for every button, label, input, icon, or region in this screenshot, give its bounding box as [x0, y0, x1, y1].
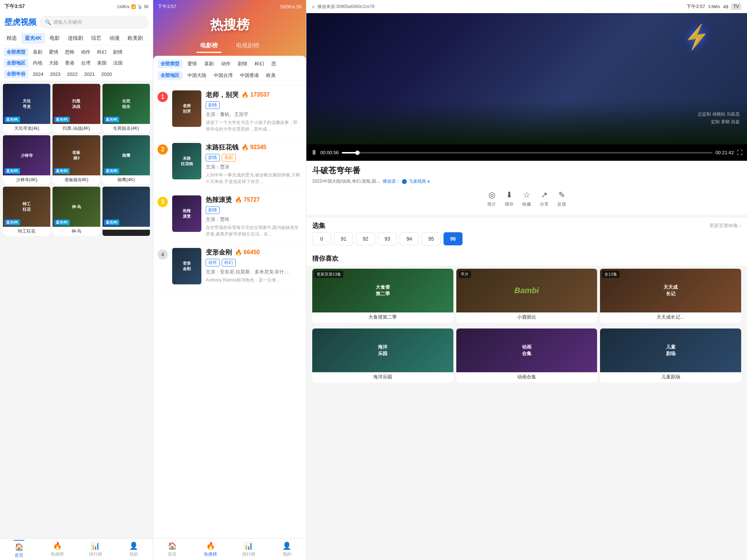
- p2-type-3[interactable]: 剧情: [236, 59, 249, 68]
- type-horror[interactable]: 恐怖: [63, 48, 77, 57]
- action-feedback[interactable]: ✎ 反馈: [557, 190, 566, 207]
- type-scifi[interactable]: 科幻: [95, 48, 109, 57]
- ep-94[interactable]: 94: [400, 232, 419, 245]
- year-2022[interactable]: 2022: [65, 70, 80, 78]
- rec-card-4[interactable]: 动画合集 动画合集: [456, 328, 597, 382]
- nav-rank-p2[interactable]: 📊 排行榜: [230, 538, 268, 560]
- nav-tab-series[interactable]: 连续剧: [64, 33, 87, 44]
- hot-item-4[interactable]: 4 变形金刚 变形金刚 🔥 66450 动作 科幻: [158, 243, 302, 290]
- movie-card-6[interactable]: 特工狂花 蓝光4K 特工狂花: [3, 187, 50, 236]
- time-p2: 下午3:57: [158, 3, 176, 10]
- player-source-label: 播放来源:30900a6960c2ce78: [317, 4, 375, 10]
- nav-tab-bluray[interactable]: 蓝光4K: [21, 33, 45, 44]
- p2-region-1[interactable]: 中国台湾: [212, 71, 235, 80]
- ep-92[interactable]: 92: [356, 232, 375, 245]
- hot-item-3[interactable]: 3 热辣滚烫 热辣滚烫 🔥 75727 剧情 主演：贾玲: [158, 190, 302, 243]
- year-2020[interactable]: 2020: [99, 70, 114, 78]
- progress-bar[interactable]: [342, 152, 713, 153]
- player-container[interactable]: ⚡ 总监制 候晓柱 马延昆 监制 黄晓 祖超 ⏸ 00:00:56 00:21:…: [306, 13, 747, 161]
- type-romance[interactable]: 爱情: [47, 48, 61, 57]
- movie-card-8[interactable]: 蓝光4K: [102, 187, 150, 236]
- nav-mine-p2[interactable]: 👤 我的: [268, 538, 306, 560]
- movie-card-1[interactable]: 扫黑决战 蓝光4K 扫黑·决战(4K): [53, 84, 100, 133]
- ep-96-active[interactable]: 96: [444, 232, 462, 245]
- movie-card-4[interactable]: 老板娘3 蓝光4K 老板娘3(4K): [53, 135, 100, 184]
- region-tw[interactable]: 台湾: [79, 59, 93, 67]
- rec-card-1[interactable]: Bambi 芊片 小鹿斑比: [456, 269, 597, 323]
- type-drama[interactable]: 剧情: [111, 48, 125, 57]
- nav-mine-p1[interactable]: 👤 我的: [115, 538, 153, 560]
- nav-tab-jingxuan[interactable]: 精选: [3, 33, 20, 44]
- movie-card-7[interactable]: 神·鸟 蓝光4K 神·鸟: [53, 187, 100, 236]
- rec-title-5: 儿童剧场: [600, 372, 741, 382]
- nav-home-p1[interactable]: 🏠 首页: [0, 538, 38, 560]
- type-action[interactable]: 动作: [79, 48, 93, 57]
- rec-card-2[interactable]: 天天成长记 全13集 天天成长记…: [600, 269, 741, 323]
- rec-title-1: 小鹿斑比: [456, 312, 597, 323]
- rec-card-3[interactable]: 海洋乐园 海洋乐园: [312, 328, 453, 382]
- p2-type-2[interactable]: 动作: [219, 59, 233, 68]
- search-bar[interactable]: 🔍 请输入关键词: [40, 16, 148, 28]
- nav-hotsearch-p1[interactable]: 🔥 热搜榜: [38, 538, 77, 560]
- p2-region-3[interactable]: 欧美: [264, 71, 278, 80]
- ep-95[interactable]: 95: [422, 232, 441, 245]
- nav-tab-movie[interactable]: 电影: [46, 33, 63, 44]
- p2-type-label[interactable]: 全部类型: [158, 59, 182, 68]
- nav-hotsearch-p2[interactable]: 🔥 热搜榜: [191, 538, 230, 560]
- play-button[interactable]: ⏸: [311, 149, 317, 156]
- year-2024[interactable]: 2024: [31, 70, 46, 78]
- region-filter-label[interactable]: 全部地区: [4, 59, 28, 67]
- back-icon-p3[interactable]: ‹: [312, 3, 314, 11]
- hot-item-2[interactable]: 2 末路狂花钱 末路狂花钱 🔥 92345 剧情 喜剧: [158, 138, 302, 190]
- movie-card-0[interactable]: 天坑寻龙 蓝光4K 天坑寻龙(4k): [3, 84, 50, 133]
- p2-type-1[interactable]: 喜剧: [202, 59, 216, 68]
- year-filter-label[interactable]: 全部年份: [4, 70, 28, 78]
- rec-badge-0: 更新至第13集: [314, 271, 343, 278]
- episodes-update-info[interactable]: 更新至第96集 ›: [709, 222, 741, 229]
- p2-region-0[interactable]: 中国大陆: [185, 71, 209, 80]
- movie-card-2[interactable]: 生死狙击 蓝光4K 生死狙击(4K): [102, 84, 150, 133]
- movie-card-5[interactable]: 狼鹰 蓝光4K 狼鹰(4K): [102, 135, 150, 184]
- region-china[interactable]: 大陆: [47, 59, 61, 67]
- rec-card-5[interactable]: 儿童剧场 儿童剧场: [600, 328, 741, 382]
- year-filter-row: 全部年份 2024 2023 2022 2021 2020: [4, 70, 149, 78]
- p2-region-label[interactable]: 全部地区: [158, 71, 182, 80]
- region-us[interactable]: 美国: [95, 59, 109, 67]
- ep-93[interactable]: 93: [378, 232, 397, 245]
- p2-type-5[interactable]: 恐: [269, 59, 278, 68]
- action-share[interactable]: ↗ 分享: [540, 190, 549, 207]
- source-badge[interactable]: 播放源： 🔵 飞速线路 ▾: [383, 178, 430, 184]
- rank-badge-1: 1: [158, 92, 168, 102]
- tv-icon[interactable]: TV: [731, 3, 741, 10]
- p2-type-4[interactable]: 科幻: [252, 59, 266, 68]
- p2-type-0[interactable]: 爱情: [185, 59, 199, 68]
- action-favorite[interactable]: ☆ 收藏: [522, 190, 531, 207]
- p2-region-2[interactable]: 中国香港: [238, 71, 261, 80]
- ep-0[interactable]: 0: [312, 232, 331, 245]
- movie-card-3[interactable]: 少林寺 蓝光4K 少林寺(4K): [3, 135, 50, 184]
- action-intro[interactable]: ◎ 简介: [487, 190, 496, 207]
- rec-card-0[interactable]: 大食谱第二季 更新至第13集 大食谱第二季: [312, 269, 453, 323]
- region-hk[interactable]: 香港: [63, 59, 77, 67]
- nav-rank-p1[interactable]: 📊 排行榜: [77, 538, 115, 560]
- nav-tab-variety[interactable]: 综艺: [88, 33, 105, 44]
- hot-item-1[interactable]: 1 老师别哭 老师，别哭 🔥 173537 剧情 主演：董钒: [158, 85, 302, 138]
- action-cache[interactable]: ⬇ 缓存: [505, 190, 514, 207]
- rec-badge-1: 芊片: [458, 271, 471, 278]
- tab-tv-chart[interactable]: 电视剧榜: [232, 40, 263, 53]
- year-2023[interactable]: 2023: [48, 70, 63, 78]
- hot-title-3: 热辣滚烫: [206, 195, 232, 204]
- nav-tab-overseas[interactable]: 欧美剧: [124, 33, 147, 44]
- action-label-feedback: 反馈: [557, 201, 566, 207]
- year-2021[interactable]: 2021: [82, 70, 97, 78]
- type-filter-label[interactable]: 全部类型: [4, 48, 28, 57]
- ep-91[interactable]: 91: [334, 232, 353, 245]
- nav-home-p2[interactable]: 🏠 首页: [153, 538, 191, 560]
- fullscreen-button[interactable]: ⛶: [737, 149, 743, 156]
- tab-movie-chart[interactable]: 电影榜: [197, 40, 221, 53]
- badge-8: 蓝光4K: [104, 219, 120, 225]
- region-mainland[interactable]: 内地: [31, 59, 44, 67]
- type-comedy[interactable]: 喜剧: [31, 48, 44, 57]
- region-fr[interactable]: 法国: [111, 59, 125, 67]
- nav-tab-anime[interactable]: 动漫: [106, 33, 123, 44]
